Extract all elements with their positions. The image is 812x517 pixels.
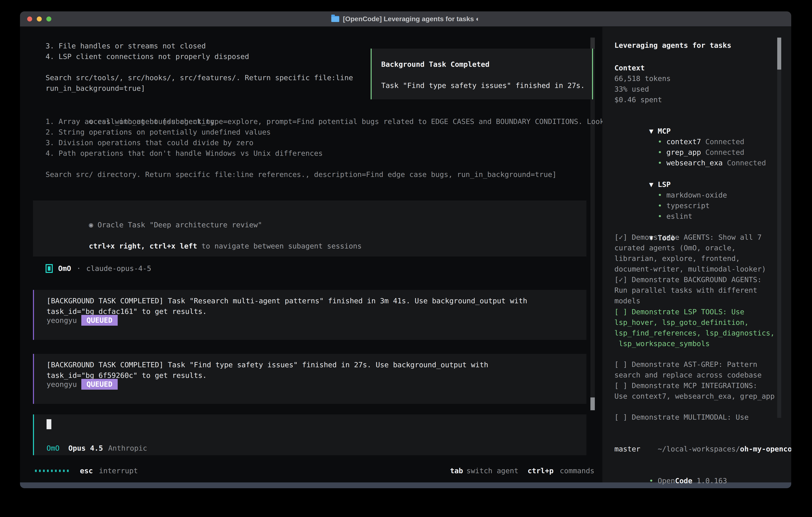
toast-title: Background Task Completed [381,59,490,70]
context-stats: 66,518 tokens 33% used $0.46 spent [602,73,671,105]
scrollback-text: 3. File handles or streams not closed 4.… [46,40,353,93]
ctrlp-key-label: commands [560,467,594,475]
todo-active-item: [ ] Demonstrate LSP TOOLS: Use lsp_hover… [602,306,775,349]
todo-line: [ ] Demonstrate MULTIMODAL: Use [602,412,749,423]
tool-call-block: ⚙ call_omo_agent [subagent_type=explore,… [46,106,621,180]
scrollbar-segment [590,37,595,49]
workspace-path-prefix: ~/local-workspaces/ [658,445,740,453]
ctrlp-key-hint: ctrl+p [528,467,554,475]
oracle-hint-keys: ctrl+x right, ctrl+x left [89,242,197,250]
esc-key-hint: esc [80,467,93,475]
tab-key-label: switch agent [466,467,518,475]
background-task-toast[interactable]: Background Task Completed Task "Find typ… [371,49,593,99]
agent-header: OmO · claude-opus-4-5 [46,263,151,274]
todo-pending-items: [ ] Demonstrate AST-GREP: Pattern search… [602,359,775,402]
tool-call-line: 3. Division operations that could divide… [46,137,621,148]
bullet-icon: • [658,138,662,146]
oracle-task-card: ◉ Oracle Task "Deep architecture review"… [33,200,586,256]
lsp-section-heading[interactable]: ▼ LSP [602,168,671,179]
statusbar-right: tab switch agent ctrl+p commands [450,465,594,476]
lsp-list: • markdown-oxide • typescript • eslint [602,179,727,211]
task-message-line: [BACKGROUND TASK COMPLETED] Task "Find t… [47,359,488,370]
app-name-dim: Open [658,477,675,485]
tool-call-line: Search src/ directory. Return specific f… [46,169,621,180]
todo-line: lsp_find_references, lsp_diagnostics, [614,328,775,338]
scrollbar-thumb[interactable] [590,398,595,410]
context-spent: $0.46 spent [614,94,671,105]
background-task-message: [BACKGROUND TASK COMPLETED] Task "Resear… [33,290,586,340]
todo-line: [✓] Demonstrate BACKGROUND AGENTS: [614,274,766,285]
version-line: • OpenCode 1.0.163 [602,465,727,475]
window-title: [OpenCode] Leveraging agents for tasks ◐ [343,15,480,23]
window-title-group: [OpenCode] Leveraging agents for tasks ◐ [331,15,480,23]
close-button[interactable] [27,17,32,21]
app-version: 1.0.163 [697,477,727,485]
todo-line: lsp_hover, lsp_goto_definition, [614,317,775,328]
input-provider-name: Anthropic [108,444,147,452]
scrollback-line: 3. File handles or streams not closed [46,40,353,51]
workspace-repo: oh-my-opencode: [740,445,791,453]
todo-line: search and replace across codebase [614,370,775,380]
minimize-button[interactable] [37,17,42,21]
session-sidebar[interactable]: Leveraging agents for tasks Context 66,5… [602,27,791,483]
oracle-hint-text: to navigate between subagent sessions [197,242,362,250]
prompt-input[interactable]: OmO Opus 4.5 Anthropic [33,414,586,455]
context-heading: Context [602,62,645,73]
todo-done-items: [✓] Demonstrate AGENTS: Show all 7 curat… [602,232,766,306]
scrollback-line [46,62,353,72]
task-user: yeongyu [47,316,77,324]
separator-dot-icon: · [77,264,81,272]
background-task-message: [BACKGROUND TASK COMPLETED] Task "Find t… [33,354,586,404]
todo-section-heading[interactable]: ▼ Todo [602,222,675,233]
queued-status-badge: QUEUED [81,315,118,326]
bullet-icon: • [658,148,662,156]
sidebar-scrollbar[interactable] [777,37,781,418]
sidebar-scrollbar-thumb[interactable] [777,37,781,70]
oracle-task-title: Oracle Task "Deep architecture review" [97,221,262,229]
todo-line: Run parallel tasks with different [614,285,766,296]
mcp-item: • context7 Connected [614,126,766,136]
folder-icon [331,16,339,22]
scrollback-line: run_in_background=true] [46,83,353,93]
context-used: 33% used [614,84,671,94]
tool-call-line: 4. Path operations that don't handle Win… [46,148,621,159]
workspace-path: ~/local-workspaces/oh-my-opencode: maste… [602,433,791,454]
agent-name: OmO [58,264,71,272]
oracle-icon: ◉ [89,221,93,229]
mcp-list: • context7 Connected • grep_app Connecte… [602,126,766,158]
todo-line: models [614,296,766,306]
todo-line: [ ] Demonstrate LSP TOOLS: Use [614,306,775,317]
todo-line: [ ] Demonstrate MCP INTEGRATIONS: [614,380,775,391]
esc-key-label: interrupt [99,467,138,475]
task-message-line: [BACKGROUND TASK COMPLETED] Task "Resear… [47,296,527,306]
session-title: Leveraging agents for tasks [602,40,731,51]
todo-line: Use context7, websearch_exa, grep_app [614,391,775,402]
zoom-button[interactable] [46,17,51,21]
activity-dots-icon [35,470,69,472]
todo-line: librarian, explore, frontend, [614,253,766,264]
traffic-lights [27,17,51,21]
mcp-section-heading[interactable]: ▼ MCP [602,115,671,126]
tab-key-hint: tab [450,467,463,475]
tool-call-line: 2. String operations on potentially unde… [46,127,621,137]
bullet-icon: • [658,212,662,220]
window-titlebar[interactable]: [OpenCode] Leveraging agents for tasks ◐ [20,11,791,27]
agent-model: claude-opus-4-5 [86,264,151,272]
tool-call-line [46,159,621,169]
queued-status-badge: QUEUED [81,379,118,390]
bullet-icon: • [649,477,654,485]
context-tokens: 66,518 tokens [614,73,671,84]
terminal-window: [OpenCode] Leveraging agents for tasks ◐… [20,11,791,488]
agent-omo-icon [46,264,53,273]
todo-line: [✓] Demonstrate AGENTS: Show all 7 [614,232,766,243]
app-name-bold: Code [675,477,692,485]
scrollback-line: 4. LSP client connections not properly d… [46,51,353,62]
toast-body: Task "Find type safety issues" finished … [381,80,585,91]
bullet-icon: • [658,191,662,199]
bullet-icon: • [658,159,662,167]
todo-line: lsp_workspace_symbols [614,338,775,349]
scrollback-line: Search src/tools/, src/hooks/, src/featu… [46,72,353,83]
chat-transcript-panel[interactable]: 3. File handles or streams not closed 4.… [20,27,602,483]
statusbar-left: esc interrupt [35,465,138,476]
task-user: yeongyu [47,380,77,388]
